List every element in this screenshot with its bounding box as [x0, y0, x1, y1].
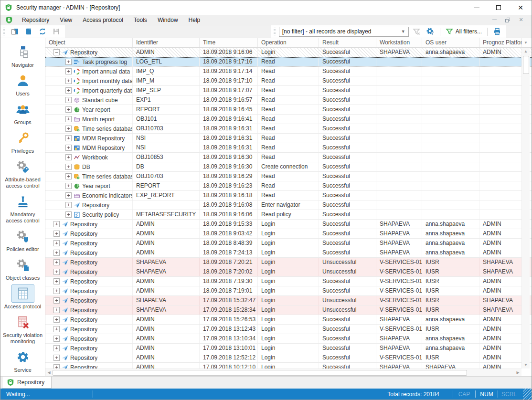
- expand-toggle[interactable]: +: [53, 278, 60, 284]
- expand-toggle[interactable]: +: [53, 336, 60, 342]
- expand-toggle[interactable]: +: [65, 202, 72, 208]
- sidebar-item-privileges[interactable]: Privileges: [0, 129, 45, 154]
- table-row[interactable]: + Repository ADMIN18.09.2018 9:03:42Logi…: [45, 229, 532, 239]
- column-header-os_user[interactable]: OS user: [422, 38, 479, 47]
- expand-toggle[interactable]: +: [65, 116, 72, 122]
- all-filters-button[interactable]: All filters...: [444, 28, 484, 35]
- expand-toggle[interactable]: +: [65, 164, 72, 170]
- table-row[interactable]: + Repository ADMIN18.09.2018 7:19:30Logi…: [45, 277, 532, 286]
- table-row[interactable]: + Security policy METABASESECURITY18.09.…: [45, 210, 532, 220]
- sidebar-item-mac[interactable]: Mandatory access control: [0, 192, 45, 224]
- refresh-button[interactable]: [36, 26, 48, 37]
- table-row[interactable]: + Import quarterly data IMP_SEP18.09.201…: [45, 86, 532, 95]
- expand-toggle[interactable]: +: [53, 316, 60, 323]
- filter-combobox[interactable]: [no filter] - all records are displayed …: [279, 27, 409, 37]
- expand-toggle[interactable]: +: [65, 78, 72, 84]
- table-row[interactable]: + Repository ADMIN17.09.2018 13:10:01Log…: [45, 344, 532, 353]
- expand-toggle[interactable]: +: [53, 345, 60, 351]
- mdi-close-button[interactable]: ✕: [515, 16, 527, 24]
- sidebar-item-violation[interactable]: Security violation monitoring: [0, 313, 45, 345]
- new-protocol-button[interactable]: [9, 26, 21, 37]
- column-header-workstation[interactable]: Workstation: [376, 38, 422, 47]
- expand-toggle[interactable]: +: [65, 87, 72, 94]
- resize-grip[interactable]: [523, 389, 532, 400]
- menu-window[interactable]: Window: [152, 15, 183, 25]
- table-row[interactable]: + Economic indicators EXP_REPORT18.09.20…: [45, 191, 532, 200]
- sidebar-item-service[interactable]: Service: [0, 348, 45, 373]
- clear-filter-button[interactable]: [411, 26, 423, 37]
- table-row[interactable]: − Repository ADMIN18.09.2018 9:16:06Logi…: [45, 48, 532, 57]
- toolbar-grip[interactable]: [3, 28, 5, 35]
- table-row[interactable]: + Time series database OBJ1070318.09.201…: [45, 124, 532, 134]
- expand-toggle[interactable]: +: [65, 173, 72, 179]
- table-row[interactable]: + Repository ADMIN18.09.2018 9:15:33Logi…: [45, 220, 532, 229]
- expand-toggle[interactable]: +: [65, 192, 72, 199]
- scroll-right-icon[interactable]: ▶: [514, 370, 521, 375]
- table-row[interactable]: + Repository SHAPAEVA17.09.2018 15:28:34…: [45, 305, 532, 315]
- expand-toggle[interactable]: +: [65, 211, 72, 218]
- tab-repository[interactable]: Repository: [2, 377, 52, 389]
- print-button[interactable]: [491, 26, 503, 37]
- expand-toggle[interactable]: +: [65, 97, 72, 103]
- expand-toggle[interactable]: +: [53, 288, 60, 294]
- scroll-left-icon[interactable]: ◀: [45, 370, 53, 375]
- vertical-scrollbar[interactable]: ▲ ▼: [521, 48, 530, 368]
- menu-repository[interactable]: Repository: [17, 15, 54, 25]
- table-row[interactable]: + Repository SHAPAEVA18.09.2018 7:20:21L…: [45, 258, 532, 267]
- mdi-minimize-button[interactable]: [489, 16, 500, 24]
- column-header-identifier[interactable]: Identifier: [133, 38, 200, 47]
- expand-toggle[interactable]: −: [53, 49, 60, 55]
- toolbar-filter-grip[interactable]: [274, 28, 276, 35]
- table-row[interactable]: + Repository ADMIN18.09.2018 8:48:39Logi…: [45, 239, 532, 248]
- table-row[interactable]: + Task progress log LOG_ETL18.09.2018 9:…: [45, 57, 532, 67]
- table-row[interactable]: + MDM Repository NSI18.09.2018 9:16:31Re…: [45, 134, 532, 143]
- column-header-object[interactable]: Object: [45, 38, 133, 47]
- sidebar-item-abac[interactable]: Attribute-based access control: [0, 158, 45, 189]
- close-button[interactable]: ✕: [510, 0, 532, 15]
- column-header-platform_user[interactable]: Prognoz Platform: [479, 38, 522, 47]
- expand-toggle[interactable]: +: [53, 221, 60, 227]
- table-row[interactable]: + Repository SHAPAEVA17.09.2018 15:32:47…: [45, 296, 532, 305]
- expand-toggle[interactable]: +: [53, 326, 60, 332]
- table-row[interactable]: + Workbook OBJ1085318.09.2018 9:16:30Rea…: [45, 153, 532, 162]
- table-row[interactable]: + DB DB18.09.2018 9:16:30Create connecti…: [45, 162, 532, 172]
- table-row[interactable]: + Time series database OBJ1070318.09.201…: [45, 172, 532, 181]
- table-row[interactable]: + Repository ADMIN17.09.2018 13:10:34Log…: [45, 334, 532, 344]
- table-row[interactable]: + Repository 18.09.2018 9:16:08Enter nav…: [45, 200, 532, 210]
- mdi-restore-button[interactable]: [502, 16, 513, 24]
- table-row[interactable]: + Month report OBJ10118.09.2018 9:16:41R…: [45, 115, 532, 124]
- vertical-scroll-thumb[interactable]: [523, 56, 529, 74]
- column-header-time[interactable]: Time: [200, 38, 258, 47]
- expand-toggle[interactable]: +: [65, 154, 72, 160]
- expand-toggle[interactable]: +: [53, 297, 60, 304]
- column-header-result[interactable]: Result: [319, 38, 376, 47]
- table-row[interactable]: + Repository ADMIN17.09.2018 15:26:53Log…: [45, 315, 532, 325]
- expand-toggle[interactable]: +: [65, 183, 72, 189]
- table-row[interactable]: + Repository ADMIN17.09.2018 10:12:10Log…: [45, 363, 532, 368]
- expand-toggle[interactable]: +: [65, 126, 72, 132]
- expand-toggle[interactable]: +: [65, 135, 72, 141]
- sidebar-item-groups[interactable]: Groups: [0, 100, 45, 126]
- expand-toggle[interactable]: +: [53, 364, 60, 368]
- expand-toggle[interactable]: +: [53, 259, 60, 265]
- expand-toggle[interactable]: +: [53, 307, 60, 313]
- table-row[interactable]: + Import annual data IMP_Q18.09.2018 9:1…: [45, 67, 532, 76]
- expand-toggle[interactable]: +: [53, 240, 60, 246]
- menu-view[interactable]: View: [54, 15, 77, 25]
- column-menu-button[interactable]: ▼: [521, 38, 530, 47]
- expand-toggle[interactable]: +: [53, 231, 60, 237]
- expand-toggle[interactable]: +: [53, 355, 60, 361]
- scroll-down-icon[interactable]: ▼: [522, 361, 530, 368]
- column-header-operation[interactable]: Operation: [258, 38, 319, 47]
- filter-settings-button[interactable]: [425, 26, 436, 37]
- horizontal-scroll-thumb[interactable]: [53, 370, 467, 376]
- expand-toggle[interactable]: +: [65, 145, 72, 151]
- table-row[interactable]: + MDM Repository NSI18.09.2018 9:16:31Re…: [45, 143, 532, 153]
- table-row[interactable]: + Standart cube EXP118.09.2018 9:16:57Re…: [45, 95, 532, 105]
- table-row[interactable]: + Repository ADMIN17.09.2018 13:12:43Log…: [45, 325, 532, 334]
- horizontal-scrollbar[interactable]: ◀ ▶: [45, 368, 521, 376]
- sidebar-item-policies[interactable]: Policies editor: [0, 227, 45, 253]
- expand-toggle[interactable]: +: [53, 250, 60, 256]
- minimize-button[interactable]: [466, 0, 488, 15]
- table-row[interactable]: + Repository ADMIN18.09.2018 7:19:01Logi…: [45, 286, 532, 296]
